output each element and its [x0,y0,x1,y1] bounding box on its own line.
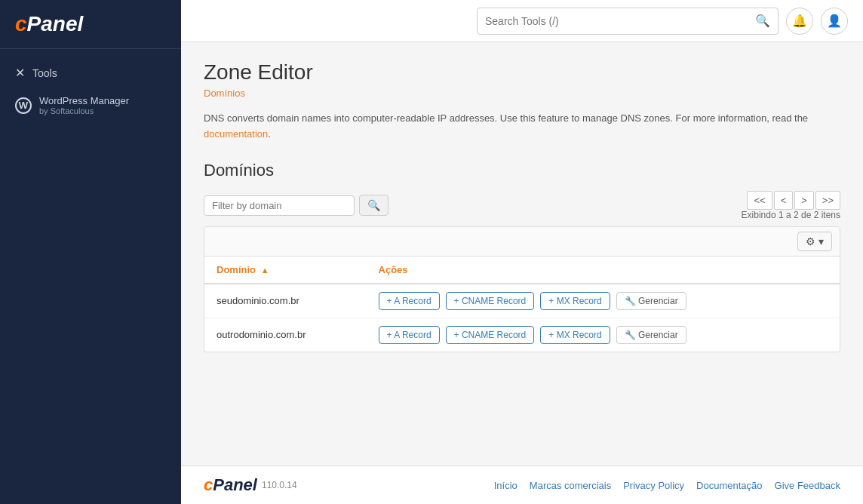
table-row: seudominio.com.br + A Record + CNAME Rec… [204,284,840,318]
cname-record-btn-1[interactable]: + CNAME Record [446,292,535,310]
pagination-controls: << < > >> [747,191,840,210]
notifications-button[interactable]: 🔔 [786,8,813,35]
search-input[interactable] [485,15,755,27]
domains-table-container: ⚙ ▾ Domínio ▲ Ações seudomini [204,226,840,352]
filter-input[interactable] [204,195,355,216]
footer-version: 110.0.14 [262,480,297,490]
cpanel-logo: cPanel [15,12,166,36]
footer-links: Início Marcas comerciais Privacy Policy … [494,480,840,491]
description-text: DNS converts domain names into computer-… [204,111,840,143]
footer-link-feedback[interactable]: Give Feedback [775,480,840,491]
footer-link-doc[interactable]: Documentação [696,480,762,491]
sidebar: cPanel ✕ Tools W WordPress Manager by So… [0,0,181,504]
pagination-info: Exibindo 1 a 2 de 2 itens [742,210,840,220]
action-buttons-1: + A Record + CNAME Record + MX Record 🔧 … [379,292,828,310]
mx-record-btn-2[interactable]: + MX Record [540,326,610,344]
action-buttons-2: + A Record + CNAME Record + MX Record 🔧 … [379,326,828,344]
a-record-btn-2[interactable]: + A Record [379,326,440,344]
table-toolbar: ⚙ ▾ [204,227,840,257]
footer-link-marcas[interactable]: Marcas comerciais [530,480,611,491]
wordpress-label: WordPress Manager [39,95,129,106]
user-icon: 👤 [827,14,842,28]
pagination-next[interactable]: > [794,191,814,210]
mx-record-btn-1[interactable]: + MX Record [540,292,610,310]
footer-cpanel-text: cPanel [204,475,257,495]
manage-btn-1[interactable]: 🔧 Gerenciar [616,292,686,310]
sidebar-tools-label: Tools [32,67,57,79]
filter-search-button[interactable]: 🔍 [359,195,389,216]
breadcrumb[interactable]: Domínios [204,88,840,99]
pagination-container: << < > >> Exibindo 1 a 2 de 2 itens [736,191,840,220]
actions-cell-2: + A Record + CNAME Record + MX Record 🔧 … [367,318,840,352]
gear-dropdown-icon: ▾ [818,235,824,247]
footer: cPanel 110.0.14 Início Marcas comerciais… [181,466,863,504]
pagination-prev[interactable]: < [774,191,794,210]
search-container: 🔍 [477,8,779,35]
section-title: Domínios [204,161,840,180]
top-header: 🔍 🔔 👤 [181,0,863,42]
user-button[interactable]: 👤 [821,8,848,35]
footer-link-privacy[interactable]: Privacy Policy [623,480,684,491]
main-content: Zone Editor Domínios DNS converts domain… [181,42,863,466]
pagination-last[interactable]: >> [815,191,840,210]
wordpress-icon: W [15,97,32,114]
tools-icon: ✕ [15,66,25,80]
col-actions: Ações [367,257,840,284]
sidebar-logo: cPanel [0,0,181,49]
actions-cell-1: + A Record + CNAME Record + MX Record 🔧 … [367,284,840,318]
wordpress-sublabel: by Softaculous [39,106,129,115]
domain-cell-2: outrodominio.com.br [204,318,367,352]
pagination-first[interactable]: << [747,191,772,210]
sidebar-nav: ✕ Tools W WordPress Manager by Softaculo… [0,49,181,132]
filter-left: 🔍 [204,195,389,216]
cname-record-btn-2[interactable]: + CNAME Record [446,326,535,344]
gear-icon: ⚙ [806,235,815,247]
search-button[interactable]: 🔍 [755,14,770,28]
footer-logo: cPanel 110.0.14 [204,475,297,495]
domains-table: Domínio ▲ Ações seudominio.com.br + A Re… [204,257,840,352]
footer-link-inicio[interactable]: Início [494,480,517,491]
filter-row: 🔍 << < > >> Exibindo 1 a 2 de 2 itens [204,191,840,220]
col-domain: Domínio ▲ [204,257,367,284]
sort-icon: ▲ [261,266,269,275]
bell-icon: 🔔 [792,14,807,28]
main-area: 🔍 🔔 👤 Zone Editor Domínios DNS converts … [181,0,863,504]
table-header: Domínio ▲ Ações [204,257,840,284]
page-title: Zone Editor [204,60,840,85]
sidebar-item-wordpress[interactable]: W WordPress Manager by Softaculous [0,88,181,123]
sidebar-item-tools[interactable]: ✕ Tools [0,58,181,88]
a-record-btn-1[interactable]: + A Record [379,292,440,310]
manage-btn-2[interactable]: 🔧 Gerenciar [616,326,686,344]
documentation-link[interactable]: documentation [204,128,268,140]
table-row: outrodominio.com.br + A Record + CNAME R… [204,318,840,352]
table-settings-button[interactable]: ⚙ ▾ [797,232,832,251]
domain-cell-1: seudominio.com.br [204,284,367,318]
table-body: seudominio.com.br + A Record + CNAME Rec… [204,284,840,352]
